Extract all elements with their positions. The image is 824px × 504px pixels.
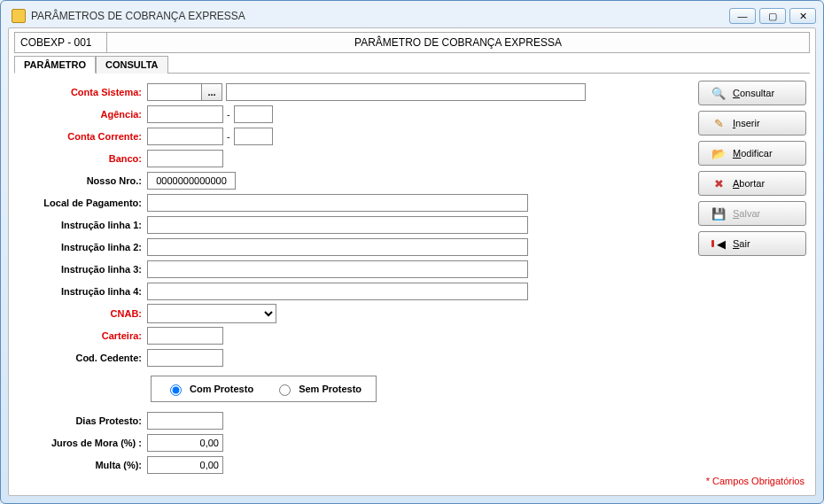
conta-corrente-digit-input[interactable] [234,128,273,145]
agencia-digit-input[interactable] [234,105,273,123]
instrucao3-input[interactable] [147,260,528,278]
label-carteira: Carteira: [14,330,147,341]
cod-cedente-input[interactable] [147,349,223,367]
inserir-button[interactable]: ✎ Inserir [698,111,806,136]
label-conta-corrente: Conta Corrente: [14,131,147,142]
label-juros-mora: Juros de Mora (%) : [14,438,147,448]
juros-mora-input[interactable] [147,434,223,452]
label-instrucao4: Instrução linha 4: [14,286,147,297]
minimize-button[interactable]: — [729,8,756,24]
conta-sistema-lookup-button[interactable]: ... [201,83,222,101]
tab-strip: PARÂMETRO CONSULTA [14,55,810,74]
maximize-button[interactable]: ▢ [759,8,786,24]
radio-com-protesto-input[interactable] [170,384,182,396]
label-conta-sistema: Conta Sistema: [14,87,147,97]
label-multa: Multa (%): [14,460,147,470]
label-instrucao3: Instrução linha 3: [14,264,147,275]
app-window: PARÂMETROS DE COBRANÇA EXPRESSA — ▢ ✕ CO… [0,0,824,504]
label-dias-protesto: Dias Protesto: [14,415,147,426]
label-instrucao1: Instrução linha 1: [14,220,147,230]
action-sidebar: 🔍 Consultar ✎ Inserir 📂 Modificar ✖ Abor… [693,74,810,484]
radio-sem-protesto[interactable]: Sem Protesto [275,382,361,396]
label-instrucao2: Instrução linha 2: [14,242,147,252]
label-nosso-nro: Nosso Nro.: [14,175,147,186]
client-area: COBEXP - 001 PARÂMETRO DE COBRANÇA EXPRE… [8,27,816,496]
protesto-group: Com Protesto Sem Protesto [151,376,377,402]
modificar-button[interactable]: 📂 Modificar [698,141,806,166]
folder-icon: 📂 [711,146,726,160]
cancel-icon: ✖ [711,176,726,190]
tab-consulta[interactable]: CONSULTA [96,56,167,74]
instrucao1-input[interactable] [147,216,528,234]
salvar-button: 💾 Salvar [698,201,806,226]
form-area: Conta Sistema: ... Agência: - Conta Corr… [14,74,693,484]
local-pagamento-input[interactable] [147,194,528,212]
form-header: COBEXP - 001 PARÂMETRO DE COBRANÇA EXPRE… [14,32,810,53]
consultar-button[interactable]: 🔍 Consultar [698,81,806,105]
form-title: PARÂMETRO DE COBRANÇA EXPRESSA [107,33,809,52]
label-agencia: Agência: [14,109,147,120]
banco-input[interactable] [147,150,223,167]
mandatory-note: * Campos Obrigatórios [706,476,805,486]
edit-icon: ✎ [711,116,726,130]
instrucao4-input[interactable] [147,283,528,300]
save-icon: 💾 [711,206,726,221]
abortar-button[interactable]: ✖ Abortar [698,171,806,196]
multa-input[interactable] [147,456,223,474]
exit-icon: ◀ [711,236,726,251]
conta-sistema-desc-input[interactable] [226,83,586,101]
label-banco: Banco: [14,153,147,164]
label-cod-cedente: Cod. Cedente: [14,353,147,363]
conta-sistema-input[interactable] [147,83,202,101]
form-code: COBEXP - 001 [15,33,107,52]
window-title-text: PARÂMETROS DE COBRANÇA EXPRESSA [31,10,245,22]
tab-parametro[interactable]: PARÂMETRO [14,56,96,74]
dias-protesto-input[interactable] [147,412,223,430]
conta-corrente-input[interactable] [147,128,223,145]
sair-button[interactable]: ◀ Sair [698,231,806,256]
cnab-select[interactable] [147,304,276,323]
carteira-input[interactable] [147,327,223,345]
close-button[interactable]: ✕ [789,8,816,24]
label-cnab: CNAB: [14,308,147,319]
instrucao2-input[interactable] [147,238,528,256]
titlebar: PARÂMETROS DE COBRANÇA EXPRESSA — ▢ ✕ [4,4,820,27]
label-local-pagamento: Local de Pagamento: [14,198,147,208]
agencia-input[interactable] [147,105,223,123]
app-icon [12,9,26,23]
window-title: PARÂMETROS DE COBRANÇA EXPRESSA [8,9,729,23]
radio-com-protesto[interactable]: Com Protesto [166,382,253,396]
radio-sem-protesto-input[interactable] [279,384,291,396]
search-icon: 🔍 [711,86,726,100]
nosso-nro-input[interactable] [147,172,236,190]
